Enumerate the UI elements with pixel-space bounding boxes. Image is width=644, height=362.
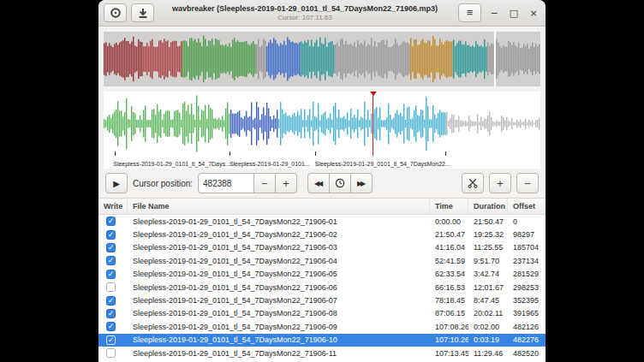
write-cell: ✓ <box>98 217 128 226</box>
write-checkbox[interactable] <box>106 348 116 358</box>
headerbar: wavbreaker (Sleepless-2019-01-29_0101_tl… <box>98 0 546 27</box>
playback-cursor-marker-icon <box>370 92 377 96</box>
write-checkbox[interactable]: ✓ <box>106 322 116 331</box>
offset-cell: 281529 <box>508 270 546 278</box>
plus-icon: + <box>283 179 289 188</box>
cursor-subtitle: Cursor: 107:11.63 <box>277 14 331 21</box>
file-name-cell: Sleepless-2019-01-29_0101_tl_54_7DaysMon… <box>128 335 430 344</box>
jump-to-time-button[interactable] <box>329 173 351 193</box>
seek-backward-button[interactable]: ◀◀ <box>307 173 330 193</box>
track-row[interactable]: ✓Sleepless-2019-01-29_0101_tl_54_7DaysMo… <box>98 215 546 228</box>
write-cell: ✓ <box>98 256 128 265</box>
scissors-icon <box>468 178 478 188</box>
clock-icon <box>335 178 345 188</box>
track-row[interactable]: Sleepless-2019-01-29_0101_tl_54_7DaysMon… <box>98 347 546 359</box>
time-cell: 107:13.45 <box>430 349 468 358</box>
titlebar-text: wavbreaker (Sleepless-2019-01-29_0101_tl… <box>158 0 451 26</box>
duration-cell: 8:47.45 <box>468 296 508 305</box>
write-disc-icon <box>110 7 122 19</box>
write-checkbox[interactable]: ✓ <box>106 230 116 240</box>
write-checkbox[interactable]: ✓ <box>106 256 116 265</box>
write-checkbox[interactable]: ✓ <box>106 243 116 252</box>
track-break-label: Sleepless-2019-01-29_0101_tl_54_7Days... <box>113 161 230 167</box>
tracklist-body: ✓Sleepless-2019-01-29_0101_tl_54_7DaysMo… <box>98 215 546 362</box>
seek-forward-button[interactable]: ▶▶ <box>350 173 373 193</box>
write-checkbox[interactable]: ✓ <box>106 217 116 226</box>
write-checkbox[interactable]: ✓ <box>106 270 116 279</box>
file-name-cell: Sleepless-2019-01-29_0101_tl_54_7DaysMon… <box>128 323 430 331</box>
file-name-cell: Sleepless-2019-01-29_0101_tl_54_7DaysMon… <box>128 296 430 305</box>
write-cell: ✓ <box>98 270 128 279</box>
overview-waveform[interactable] <box>104 32 540 86</box>
offset-cell: 391965 <box>508 309 546 317</box>
time-cell: 107:10.26 <box>430 335 468 344</box>
track-row[interactable]: ✓Sleepless-2019-01-29_0101_tl_54_7DaysMo… <box>98 307 546 320</box>
time-cell: 41:16.04 <box>430 243 468 252</box>
track-row[interactable]: ✓Sleepless-2019-01-29_0101_tl_54_7DaysMo… <box>98 334 546 347</box>
play-button[interactable]: ▶ <box>105 173 128 193</box>
write-tracks-button[interactable] <box>104 3 127 22</box>
write-checkbox[interactable]: ✓ <box>106 335 116 345</box>
remove-break-button[interactable]: − <box>516 173 539 193</box>
check-icon: ✓ <box>108 336 115 344</box>
column-header-file-name[interactable]: File Name <box>128 199 430 214</box>
column-header-time[interactable]: Time <box>430 199 468 214</box>
offset-cell: 98297 <box>508 230 546 239</box>
minimize-button[interactable]: − <box>487 3 501 22</box>
add-break-button[interactable]: + <box>489 173 511 193</box>
toolbar: ▶ Cursor position: − + ◀◀ ▶▶ <box>98 169 546 198</box>
duration-cell: 19:25.32 <box>468 230 508 239</box>
column-header-duration[interactable]: Duration <box>468 199 508 214</box>
close-button[interactable]: × <box>527 3 540 22</box>
column-header-offset[interactable]: Offset <box>508 199 546 214</box>
track-row[interactable]: ✓Sleepless-2019-01-29_0101_tl_54_7DaysMo… <box>98 320 546 333</box>
track-row[interactable]: Sleepless-2019-01-29_0101_tl_54_7DaysMon… <box>98 281 546 294</box>
write-cell: ✓ <box>98 230 128 240</box>
write-cell <box>98 282 128 292</box>
write-checkbox[interactable]: ✓ <box>106 296 116 306</box>
check-icon: ✓ <box>108 217 115 225</box>
time-cell: 78:18.45 <box>430 296 468 305</box>
file-name-cell: Sleepless-2019-01-29_0101_tl_54_7DaysMon… <box>128 270 430 278</box>
offset-cell: 185704 <box>508 243 546 252</box>
track-row[interactable]: ✓Sleepless-2019-01-29_0101_tl_54_7DaysMo… <box>98 294 546 306</box>
time-cell: 21:50.47 <box>430 230 468 239</box>
hamburger-icon: ≡ <box>467 9 474 17</box>
duration-cell: 11:29.46 <box>468 349 508 358</box>
auto-split-button[interactable] <box>462 173 484 193</box>
file-name-cell: Sleepless-2019-01-29_0101_tl_54_7DaysMon… <box>128 230 430 239</box>
track-row[interactable]: ✓Sleepless-2019-01-29_0101_tl_54_7DaysMo… <box>98 254 546 267</box>
time-cell: 66:16.53 <box>430 283 468 292</box>
write-checkbox[interactable]: ✓ <box>106 309 116 318</box>
cursor-position-input[interactable] <box>198 173 254 193</box>
write-cell: ✓ <box>98 309 128 318</box>
file-name-cell: Sleepless-2019-01-29_0101_tl_54_7DaysMon… <box>128 217 430 226</box>
write-checkbox[interactable] <box>106 282 116 292</box>
file-name-cell: Sleepless-2019-01-29_0101_tl_54_7DaysMon… <box>128 257 430 265</box>
maximize-button[interactable]: □ <box>507 3 521 22</box>
check-icon: ✓ <box>108 323 115 330</box>
menu-button[interactable]: ≡ <box>458 3 481 22</box>
time-cell: 107:08.26 <box>430 323 468 331</box>
file-name-cell: Sleepless-2019-01-29_0101_tl_54_7DaysMon… <box>128 283 430 292</box>
track-row[interactable]: ✓Sleepless-2019-01-29_0101_tl_54_7DaysMo… <box>98 268 546 281</box>
time-cell: 0:00.00 <box>430 217 468 226</box>
duration-cell: 0:02.00 <box>468 323 508 331</box>
track-row[interactable]: ✓Sleepless-2019-01-29_0101_tl_54_7DaysMo… <box>98 228 546 240</box>
open-file-button[interactable] <box>131 3 154 22</box>
fast-forward-icon: ▶▶ <box>357 180 366 187</box>
detail-waveform[interactable]: Sleepless-2019-01-29_0101_tl_54_7Days...… <box>104 92 540 169</box>
tracklist-header: WriteFile NameTimeDurationOffset <box>98 199 546 215</box>
cursor-decrement-button[interactable]: − <box>253 173 276 193</box>
tracklist: WriteFile NameTimeDurationOffset ✓Sleepl… <box>98 198 546 362</box>
column-header-write[interactable]: Write <box>98 199 128 214</box>
rewind-icon: ◀◀ <box>314 180 323 187</box>
track-row[interactable]: ✓Sleepless-2019-01-29_0101_tl_54_7DaysMo… <box>98 241 546 254</box>
cursor-increment-button[interactable]: + <box>275 173 297 193</box>
write-cell: ✓ <box>98 322 128 331</box>
write-cell: ✓ <box>98 296 128 306</box>
offset-cell: 482276 <box>508 335 546 344</box>
check-icon: ✓ <box>108 244 115 252</box>
time-cell: 87:06.15 <box>430 309 468 317</box>
offset-cell: 0 <box>508 217 546 226</box>
